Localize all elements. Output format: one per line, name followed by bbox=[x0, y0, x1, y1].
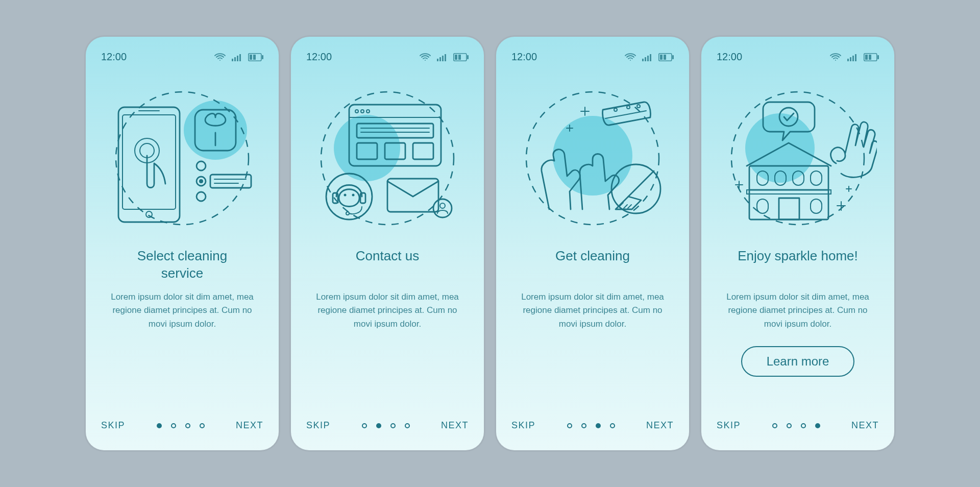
svg-point-20 bbox=[197, 192, 206, 201]
svg-point-53 bbox=[352, 194, 355, 197]
svg-point-38 bbox=[366, 110, 370, 113]
signal-icon bbox=[847, 53, 857, 61]
svg-rect-77 bbox=[877, 55, 879, 59]
status-bar: 12:00 bbox=[101, 51, 263, 63]
page-dots bbox=[362, 423, 410, 428]
dot-3[interactable] bbox=[596, 423, 601, 428]
dot-4[interactable] bbox=[610, 423, 615, 428]
learn-more-button[interactable]: Learn more bbox=[741, 346, 855, 377]
onboarding-nav: SKIP NEXT bbox=[717, 420, 879, 431]
battery-icon bbox=[864, 53, 879, 61]
signal-icon bbox=[437, 53, 447, 61]
screen-body: Lorem ipsum dolor sit dim amet, mea regi… bbox=[306, 290, 469, 331]
svg-rect-73 bbox=[850, 57, 851, 61]
svg-rect-54 bbox=[642, 59, 644, 61]
skip-button[interactable]: SKIP bbox=[717, 420, 741, 431]
illustration-contact-us bbox=[306, 74, 469, 242]
dot-4[interactable] bbox=[405, 423, 410, 428]
svg-rect-24 bbox=[437, 59, 438, 61]
svg-line-70 bbox=[624, 205, 627, 208]
svg-rect-59 bbox=[672, 55, 674, 59]
dot-1[interactable] bbox=[157, 423, 162, 428]
next-button[interactable]: NEXT bbox=[851, 420, 879, 431]
status-bar: 12:00 bbox=[511, 51, 674, 63]
skip-button[interactable]: SKIP bbox=[511, 420, 535, 431]
svg-point-66 bbox=[637, 105, 640, 108]
svg-rect-21 bbox=[210, 175, 251, 188]
screen-body: Lorem ipsum dolor sit dim amet, mea regi… bbox=[101, 290, 263, 331]
status-bar: 12:00 bbox=[717, 51, 879, 63]
dot-2[interactable] bbox=[787, 423, 792, 428]
svg-line-68 bbox=[628, 171, 654, 197]
svg-rect-26 bbox=[442, 56, 444, 61]
dot-1[interactable] bbox=[567, 423, 572, 428]
dot-2[interactable] bbox=[581, 423, 586, 428]
next-button[interactable]: NEXT bbox=[646, 420, 674, 431]
dot-1[interactable] bbox=[772, 423, 777, 428]
page-dots bbox=[567, 423, 615, 428]
svg-rect-1 bbox=[234, 57, 236, 61]
svg-point-32 bbox=[334, 115, 400, 181]
svg-point-65 bbox=[627, 106, 630, 109]
svg-rect-60 bbox=[660, 55, 663, 60]
svg-rect-72 bbox=[847, 59, 849, 61]
dot-3[interactable] bbox=[390, 423, 396, 428]
svg-rect-56 bbox=[647, 56, 649, 61]
status-time: 12:00 bbox=[717, 51, 742, 63]
svg-rect-55 bbox=[645, 57, 646, 61]
dot-3[interactable] bbox=[801, 423, 806, 428]
svg-point-36 bbox=[355, 110, 358, 113]
status-icons bbox=[625, 53, 674, 61]
wifi-icon bbox=[420, 53, 431, 61]
svg-rect-27 bbox=[445, 54, 446, 61]
dot-2[interactable] bbox=[171, 423, 176, 428]
battery-icon bbox=[248, 53, 263, 61]
svg-line-71 bbox=[628, 205, 631, 208]
status-bar: 12:00 bbox=[306, 51, 469, 63]
status-icons bbox=[420, 53, 469, 61]
dot-3[interactable] bbox=[185, 423, 190, 428]
svg-point-37 bbox=[361, 110, 364, 113]
battery-icon bbox=[453, 53, 469, 61]
svg-rect-61 bbox=[664, 55, 666, 60]
svg-rect-45 bbox=[387, 179, 438, 212]
dot-4[interactable] bbox=[200, 423, 205, 428]
dot-1[interactable] bbox=[362, 423, 367, 428]
svg-rect-10 bbox=[118, 107, 180, 222]
status-time: 12:00 bbox=[511, 51, 537, 63]
dot-4[interactable] bbox=[815, 423, 820, 428]
screen-title: Enjoy sparkle home! bbox=[717, 248, 879, 283]
wifi-icon bbox=[830, 53, 841, 61]
svg-rect-92 bbox=[811, 199, 822, 213]
screen-title: Contact us bbox=[306, 248, 469, 283]
svg-rect-2 bbox=[237, 56, 238, 61]
onboarding-screen-2: 12:00 bbox=[291, 37, 484, 450]
svg-point-17 bbox=[197, 161, 206, 171]
svg-point-51 bbox=[346, 212, 349, 215]
svg-rect-7 bbox=[253, 55, 256, 60]
dot-2[interactable] bbox=[376, 423, 381, 428]
svg-point-19 bbox=[199, 179, 203, 183]
skip-button[interactable]: SKIP bbox=[101, 420, 125, 431]
next-button[interactable]: NEXT bbox=[236, 420, 263, 431]
status-icons bbox=[214, 53, 263, 61]
signal-icon bbox=[232, 53, 242, 61]
svg-rect-29 bbox=[467, 55, 469, 59]
svg-rect-74 bbox=[852, 56, 854, 61]
page-dots bbox=[772, 423, 820, 428]
svg-rect-79 bbox=[869, 55, 871, 60]
svg-rect-86 bbox=[779, 198, 799, 220]
svg-rect-90 bbox=[811, 171, 822, 185]
wifi-icon bbox=[214, 53, 226, 61]
wifi-icon bbox=[625, 53, 636, 61]
svg-rect-57 bbox=[650, 54, 651, 61]
onboarding-screen-4: 12:00 bbox=[701, 37, 894, 450]
svg-rect-11 bbox=[122, 115, 176, 209]
next-button[interactable]: NEXT bbox=[441, 420, 469, 431]
illustration-enjoy-home bbox=[717, 74, 879, 242]
svg-point-13 bbox=[146, 211, 152, 217]
svg-rect-30 bbox=[455, 55, 457, 60]
skip-button[interactable]: SKIP bbox=[306, 420, 330, 431]
screen-title: Select cleaning service bbox=[101, 248, 263, 283]
svg-rect-44 bbox=[413, 143, 433, 159]
